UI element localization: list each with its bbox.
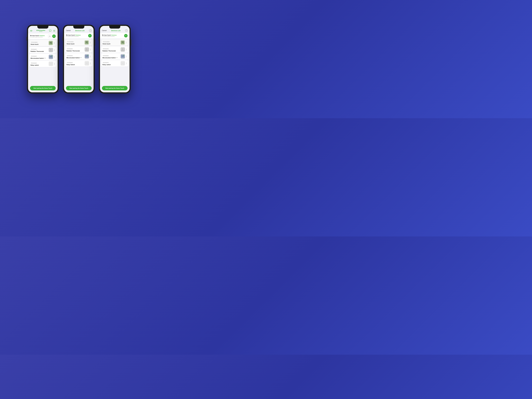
status-text: Not paired — [32, 63, 36, 63]
dots-menu[interactable] — [90, 48, 91, 51]
dots-menu[interactable] — [126, 41, 127, 44]
dots-menu[interactable] — [90, 62, 91, 65]
svg-rect-2 — [49, 30, 51, 31]
chevron-down-icon[interactable]: ▾ — [45, 57, 46, 59]
device-card-micromodule-2[interactable]: Not pairedMicromodule Switch x6 ▾ 6 — [65, 53, 92, 60]
status-badge: Not paired — [102, 55, 109, 57]
device-card-relay-2[interactable]: Not pairedRelay Switch — [65, 60, 92, 66]
device-name: Radiator Thermostat — [66, 50, 80, 52]
status-badge: Not paired — [102, 48, 109, 50]
dots-menu[interactable] — [126, 55, 127, 58]
device-count: x6 — [44, 57, 45, 59]
status-text: Not paired — [104, 48, 108, 49]
status-text: Not paired — [104, 62, 108, 63]
status-text: Not installed — [69, 41, 73, 42]
svg-rect-37 — [86, 50, 87, 51]
dots-menu[interactable] — [54, 49, 55, 51]
status-badge: Not paired — [31, 49, 37, 50]
phone-1: SchneiderElectricWe have found 4 devices… — [27, 25, 59, 94]
device-name: Radiator Thermostat — [31, 51, 44, 52]
svg-point-69 — [122, 63, 123, 64]
phone-screen-1: SchneiderElectricWe have found 4 devices… — [28, 26, 58, 92]
dots-menu[interactable] — [126, 48, 127, 51]
status-badge: Not installed — [31, 42, 38, 43]
status-badge: Not paired — [66, 48, 73, 50]
start-pairing-button[interactable]: Start pairing the Home Touch — [102, 86, 127, 90]
device-card-home-touch-2[interactable]: Not installedHome touch — [65, 39, 92, 46]
phone-2: CancelDevices List?We have found 4 devic… — [63, 25, 95, 94]
device-card-micromodule-1[interactable]: Not pairedMicromodule Switch x6 ▾ 6 — [29, 54, 57, 60]
status-text: Not installed — [32, 42, 37, 43]
device-name: Home touch — [103, 43, 110, 44]
chevron-down-icon[interactable]: ▾ — [81, 57, 82, 58]
device-card-radiator-3[interactable]: Not pairedRadiator Thermostat 20° — [101, 46, 128, 53]
chevron-down-icon[interactable]: ▾ — [117, 57, 118, 58]
device-card-relay-1[interactable]: Not pairedRelay switch — [29, 61, 57, 67]
devices-list-title: Devices List — [75, 30, 85, 32]
device-card-micromodule-3[interactable]: Not pairedMicromodule Switch x6 ▾ 6 — [101, 53, 128, 60]
device-count: x6 — [80, 57, 81, 58]
svg-rect-50 — [122, 42, 123, 42]
status-text: Not paired — [68, 62, 72, 63]
gear-icon[interactable] — [53, 29, 56, 32]
chat-icon[interactable] — [49, 29, 52, 32]
device-name: Micromodule Switch — [31, 57, 44, 59]
phone-notch — [109, 26, 120, 29]
svg-text:20°: 20° — [50, 49, 51, 50]
cancel-button[interactable]: Cancel — [102, 30, 107, 32]
svg-point-25 — [51, 63, 51, 64]
devices-list-title: Devices List — [111, 30, 120, 32]
status-dot — [67, 62, 68, 63]
device-name: Relay Switch — [66, 64, 75, 65]
found-text: We have found 4 devices — [102, 34, 117, 36]
dots-menu[interactable] — [54, 63, 55, 65]
svg-rect-58 — [122, 50, 124, 50]
svg-point-9 — [51, 44, 52, 44]
svg-point-31 — [87, 43, 88, 44]
found-text: We have found 4 devices — [66, 34, 81, 36]
device-card-home-touch-3[interactable]: Not installedHome touch — [101, 39, 128, 46]
add-device-button[interactable]: + — [88, 34, 92, 38]
dots-menu[interactable] — [54, 56, 55, 58]
help-icon[interactable]: ? — [89, 29, 92, 32]
status-text: Not paired — [104, 55, 108, 56]
start-pairing-button[interactable]: Start pairing the Home Touch — [66, 86, 92, 90]
svg-text:20°: 20° — [122, 49, 123, 50]
status-text: Not paired — [68, 55, 72, 56]
device-count: x6 — [116, 57, 117, 58]
device-card-home-touch-1[interactable]: Not installedHome touch — [29, 40, 57, 46]
svg-rect-52 — [122, 43, 124, 43]
add-device-button[interactable]: + — [52, 34, 56, 38]
dots-menu[interactable] — [90, 41, 91, 44]
status-dot — [31, 56, 32, 57]
svg-point-3 — [54, 30, 55, 31]
status-badge: Not installed — [103, 41, 110, 43]
start-pairing-button[interactable]: Start pairing the Home Touch — [30, 86, 56, 90]
help-icon[interactable]: ? — [125, 29, 127, 32]
dots-menu[interactable] — [54, 42, 55, 44]
back-button[interactable] — [30, 29, 33, 32]
status-badge: Not paired — [31, 63, 37, 64]
status-badge: Not paired — [66, 62, 73, 63]
device-name: Radiator Thermostat — [102, 50, 116, 52]
add-device-button[interactable]: + — [124, 34, 127, 38]
svg-rect-64 — [123, 56, 124, 57]
svg-rect-51 — [123, 42, 124, 42]
device-list: Not installedHome touch Not pairedRadiat… — [28, 39, 58, 85]
dots-menu[interactable] — [126, 62, 127, 65]
home-icon-button[interactable] — [48, 34, 51, 38]
device-name: Micromodule Switch — [102, 57, 116, 58]
device-card-radiator-1[interactable]: Not pairedRadiator Thermostat 20° — [29, 47, 57, 53]
svg-rect-15 — [50, 51, 51, 51]
phone-screen-3: CancelDevices List?We have found 4 devic… — [100, 26, 130, 92]
svg-rect-41 — [86, 56, 87, 57]
status-dot — [31, 63, 32, 63]
cancel-button[interactable]: Cancel — [66, 30, 70, 32]
status-text: Not paired — [68, 48, 72, 49]
dots-menu[interactable] — [90, 55, 91, 58]
status-badge: Not installed — [67, 41, 74, 43]
status-dot — [103, 62, 104, 63]
device-card-radiator-2[interactable]: Not pairedRadiator Thermostat 20° — [65, 46, 92, 53]
logo-line1: Schneider — [37, 30, 45, 31]
device-card-relay-3[interactable]: Not pairedRelay switch — [101, 60, 128, 66]
